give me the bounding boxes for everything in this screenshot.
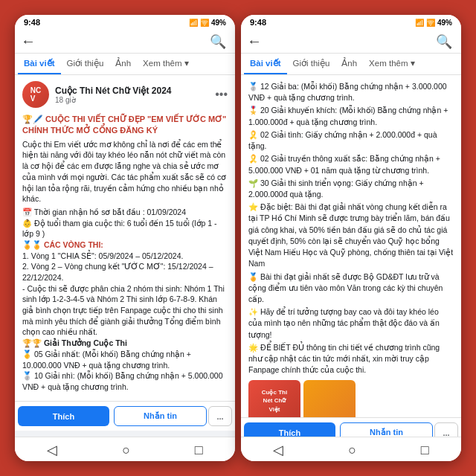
signal-icon: 📶 bbox=[189, 19, 198, 27]
tab-more-right[interactable]: Xem thêm ▾ bbox=[363, 54, 421, 74]
nav-home-icon[interactable]: ○ bbox=[122, 443, 130, 458]
nav-recent-icon-right[interactable]: □ bbox=[421, 443, 429, 458]
like-button-right[interactable]: Thích bbox=[244, 422, 335, 437]
battery-left: 49% bbox=[211, 19, 226, 27]
home-bar-right: ◁ ○ □ bbox=[241, 437, 461, 461]
nav-bar-right: ← 🔍 bbox=[241, 30, 461, 54]
wifi-icon-right: 🛜 bbox=[426, 19, 435, 27]
more-action-button-right[interactable]: ... bbox=[434, 422, 458, 437]
home-bar-left: ◁ ○ □ bbox=[15, 437, 235, 461]
post-header-left: NCV Cuộc Thi Nét Chữ Việt 2024 18 giờ ••… bbox=[15, 75, 235, 111]
post-body-right: 🥈 12 Giải ba: (Mỗi khối) Bằng chứng nhận… bbox=[241, 75, 461, 417]
nav-recent-icon[interactable]: □ bbox=[195, 443, 203, 458]
back-button-right[interactable]: ← bbox=[247, 33, 262, 50]
post-meta-left: Cuộc Thi Nét Chữ Việt 2024 18 giờ bbox=[55, 86, 209, 104]
action-bar-right: Thích Nhắn tin ... bbox=[241, 417, 461, 437]
tab-intro-right[interactable]: Giới thiệu bbox=[287, 54, 336, 74]
tab-more-left[interactable]: Xem thêm ▾ bbox=[137, 54, 195, 74]
wifi-icon: 🛜 bbox=[200, 19, 209, 27]
tab-posts-right[interactable]: Bài viết bbox=[244, 54, 287, 74]
tabs-right: Bài viết Giới thiệu Ảnh Xem thêm ▾ bbox=[241, 54, 461, 75]
post-card-left: NCV Cuộc Thi Nét Chữ Việt 2024 18 giờ ••… bbox=[15, 75, 235, 431]
more-action-button-left[interactable]: ... bbox=[208, 406, 232, 426]
search-button-left[interactable]: 🔍 bbox=[210, 33, 226, 50]
tab-photos-right[interactable]: Ảnh bbox=[335, 54, 363, 74]
time-left: 9:48 bbox=[24, 18, 40, 27]
signal-icon-right: 📶 bbox=[415, 19, 424, 27]
content-right: 🥈 12 Giải ba: (Mỗi khối) Bằng chứng nhận… bbox=[241, 75, 461, 437]
time-right: 9:48 bbox=[250, 18, 266, 27]
nav-back-icon-right[interactable]: ◁ bbox=[273, 442, 283, 458]
nav-home-icon-right[interactable]: ○ bbox=[348, 443, 356, 458]
battery-right: 49% bbox=[437, 19, 452, 27]
post-time-left: 18 giờ bbox=[55, 96, 209, 104]
search-button-right[interactable]: 🔍 bbox=[436, 33, 452, 50]
tab-posts-left[interactable]: Bài viết bbox=[18, 54, 61, 74]
status-bar-left: 9:48 📶 🛜 49% bbox=[15, 15, 235, 30]
message-button-left[interactable]: Nhắn tin bbox=[114, 406, 207, 426]
tabs-left: Bài viết Giới thiệu Ảnh Xem thêm ▾ bbox=[15, 54, 235, 75]
status-icons-right: 📶 🛜 49% bbox=[415, 19, 452, 27]
nav-back-icon[interactable]: ◁ bbox=[47, 442, 57, 458]
message-button-right[interactable]: Nhắn tin bbox=[340, 422, 433, 437]
phones-container: 9:48 📶 🛜 49% ← 🔍 Bài viết Giới thiệu Ảnh… bbox=[7, 7, 469, 469]
avatar-left: NCV bbox=[22, 81, 49, 108]
tab-photos-left[interactable]: Ảnh bbox=[109, 54, 137, 74]
post-author-left: Cuộc Thi Nét Chữ Việt 2024 bbox=[55, 86, 209, 96]
nav-bar-left: ← 🔍 bbox=[15, 30, 235, 54]
post-image-right-2 bbox=[303, 380, 356, 417]
phone-left: 9:48 📶 🛜 49% ← 🔍 Bài viết Giới thiệu Ảnh… bbox=[15, 15, 235, 461]
phone-right: 9:48 📶 🛜 49% ← 🔍 Bài viết Giới thiệu Ảnh… bbox=[241, 15, 461, 461]
action-bar-left: Thích Nhắn tin ... bbox=[15, 401, 235, 431]
post-more-left[interactable]: ••• bbox=[215, 88, 228, 101]
content-left: NCV Cuộc Thi Nét Chữ Việt 2024 18 giờ ••… bbox=[15, 75, 235, 437]
like-button-left[interactable]: Thích bbox=[18, 406, 109, 426]
post-body-left: 🏆🖊️ CUỘC THI VIẾT CHỮ ĐẸP "EM VIẾT ƯỚC M… bbox=[15, 111, 235, 401]
back-button-left[interactable]: ← bbox=[21, 33, 36, 50]
post-image-right: Cuộc ThiNét ChữViệt bbox=[248, 380, 300, 417]
post-card-right: 🥈 12 Giải ba: (Mỗi khối) Bằng chứng nhận… bbox=[241, 75, 461, 437]
tab-intro-left[interactable]: Giới thiệu bbox=[61, 54, 110, 74]
status-bar-right: 9:48 📶 🛜 49% bbox=[241, 15, 461, 30]
status-icons-left: 📶 🛜 49% bbox=[189, 19, 226, 27]
